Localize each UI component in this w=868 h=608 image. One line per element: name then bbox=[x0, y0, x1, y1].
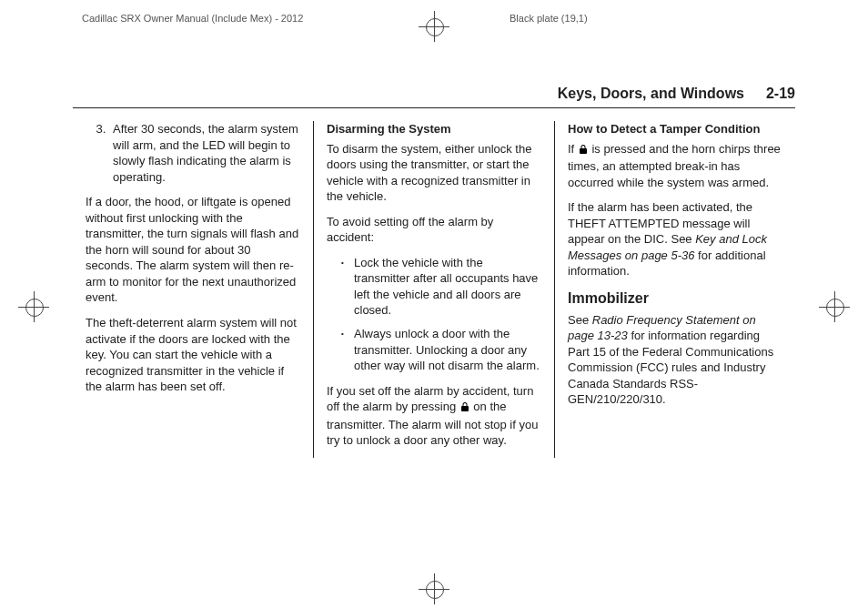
text-run: See bbox=[568, 313, 592, 327]
paragraph: See Radio Frequency Statement on page 13… bbox=[568, 312, 782, 408]
running-head: Keys, Doors, and Windows 2-19 bbox=[73, 86, 795, 108]
paragraph: If a door, the hood, or liftgate is open… bbox=[86, 194, 300, 306]
registration-mark-left bbox=[18, 291, 49, 322]
registration-mark-right bbox=[819, 291, 850, 322]
print-plate-label: Black plate (19,1) bbox=[510, 13, 588, 24]
registration-mark-top bbox=[419, 11, 449, 42]
print-manual-title: Cadillac SRX Owner Manual (Include Mex) … bbox=[82, 13, 303, 24]
bullet-list: Lock the vehicle with the transmitter af… bbox=[327, 255, 541, 374]
heading-disarming: Disarming the System bbox=[327, 121, 541, 137]
paragraph: To disarm the system, either unlock the … bbox=[327, 141, 541, 205]
text-run: is pressed and the horn chirps three tim… bbox=[568, 142, 781, 189]
lock-icon bbox=[459, 400, 470, 417]
paragraph: The theft-deterrent alarm system will no… bbox=[86, 315, 300, 395]
column-3: How to Detect a Tamper Condition If is p… bbox=[554, 121, 795, 458]
paragraph: To avoid setting off the alarm by accide… bbox=[327, 214, 541, 246]
paragraph: If is pressed and the horn chirps three … bbox=[568, 141, 782, 191]
heading-tamper: How to Detect a Tamper Condition bbox=[568, 121, 782, 137]
text-run: If bbox=[568, 142, 578, 156]
paragraph: If the alarm has been activated, the THE… bbox=[568, 199, 782, 279]
registration-mark-bottom bbox=[419, 573, 449, 604]
list-item: Lock the vehicle with the transmitter af… bbox=[341, 255, 541, 319]
column-1: After 30 seconds, the alarm system will … bbox=[73, 121, 313, 458]
page-number: 2-19 bbox=[766, 86, 795, 102]
list-item: Always unlock a door with the transmitte… bbox=[341, 326, 541, 374]
list-item: After 30 seconds, the alarm system will … bbox=[109, 121, 300, 185]
paragraph: If you set off the alarm by accident, tu… bbox=[327, 383, 541, 449]
section-title: Keys, Doors, and Windows bbox=[558, 86, 744, 102]
content-columns: After 30 seconds, the alarm system will … bbox=[73, 121, 795, 458]
column-2: Disarming the System To disarm the syste… bbox=[313, 121, 554, 458]
page-body: Keys, Doors, and Windows 2-19 After 30 s… bbox=[0, 49, 868, 467]
print-header: Cadillac SRX Owner Manual (Include Mex) … bbox=[0, 0, 868, 49]
numbered-list: After 30 seconds, the alarm system will … bbox=[86, 121, 300, 185]
heading-immobilizer: Immobilizer bbox=[568, 289, 782, 309]
lock-icon bbox=[578, 143, 589, 159]
